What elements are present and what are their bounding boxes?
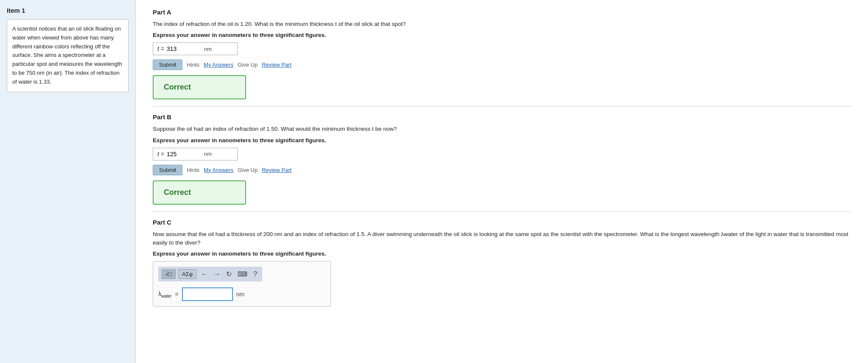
item-box: A scientist notices that an oil slick fl… xyxy=(7,19,129,92)
part-a-submit-button[interactable]: Submit xyxy=(153,59,182,70)
part-a-question: The index of refraction of the oil is 1.… xyxy=(153,20,851,28)
greek-toolbar-button[interactable]: ΑΣφ xyxy=(178,269,196,279)
part-c-express-answer: Express your answer in nanometers to thr… xyxy=(153,250,851,257)
part-b-answer-row: t = nm xyxy=(153,148,851,160)
help-button[interactable]: ? xyxy=(252,270,259,279)
part-a-give-up-link[interactable]: Give Up xyxy=(238,62,258,68)
part-a-correct-box: Correct xyxy=(153,75,246,99)
undo-button[interactable]: ← xyxy=(199,270,209,279)
redo-button[interactable]: → xyxy=(212,270,222,279)
part-b-question: Suppose the oil had an index of refracti… xyxy=(153,125,851,133)
part-b-input[interactable] xyxy=(167,151,201,158)
part-a-input[interactable] xyxy=(167,45,201,52)
part-b-section: Part B Suppose the oil had an index of r… xyxy=(153,113,851,204)
divider-ab xyxy=(153,106,851,107)
part-b-my-answers-link[interactable]: My Answers xyxy=(204,167,233,173)
part-b-hints-link[interactable]: Hints xyxy=(187,167,199,173)
part-c-toolbar: √□ ΑΣφ ← → ↻ ⌨ ? xyxy=(158,267,262,281)
part-b-correct-box: Correct xyxy=(153,180,246,205)
part-b-unit: nm xyxy=(204,151,212,157)
part-a-review-part-link[interactable]: Review Part xyxy=(262,62,291,68)
part-c-lambda-input[interactable] xyxy=(182,287,233,301)
refresh-button[interactable]: ↻ xyxy=(224,269,233,279)
part-b-give-up-link[interactable]: Give Up xyxy=(238,167,258,173)
part-c-section: Part C Now assume that the oil had a thi… xyxy=(153,219,851,307)
math-icon: √□ xyxy=(165,271,172,277)
lambda-label: λwater xyxy=(158,290,171,298)
item-text: A scientist notices that an oil slick fl… xyxy=(12,25,122,85)
part-b-t-label: t = xyxy=(157,151,164,158)
undo-icon: ← xyxy=(201,270,207,278)
part-b-express-answer: Express your answer in nanometers to thr… xyxy=(153,137,851,144)
part-b-action-row: Submit Hints My Answers Give Up Review P… xyxy=(153,165,851,175)
part-c-header: Part C xyxy=(153,219,851,226)
part-a-t-label: t = xyxy=(157,45,164,52)
part-c-unit: nm xyxy=(236,291,244,298)
keyboard-icon: ⌨ xyxy=(238,270,247,278)
left-panel: Item 1 A scientist notices that an oil s… xyxy=(0,0,136,363)
part-a-header: Part A xyxy=(153,8,851,16)
part-a-answer-row: t = nm xyxy=(153,42,851,55)
part-a-section: Part A The index of refraction of the oi… xyxy=(153,8,851,99)
item-title: Item 1 xyxy=(7,7,129,14)
part-a-action-row: Submit Hints My Answers Give Up Review P… xyxy=(153,59,851,70)
part-a-hints-link[interactable]: Hints xyxy=(187,62,199,68)
greek-icon: ΑΣφ xyxy=(182,271,193,277)
refresh-icon: ↻ xyxy=(226,270,232,278)
part-c-lambda-row: λwater = nm xyxy=(158,287,325,301)
keyboard-button[interactable]: ⌨ xyxy=(236,269,249,279)
part-a-unit: nm xyxy=(204,46,212,52)
redo-icon: → xyxy=(213,270,220,278)
math-toolbar-button[interactable]: √□ xyxy=(162,269,176,279)
part-c-question: Now assume that the oil had a thickness … xyxy=(153,230,851,248)
part-a-input-box: t = nm xyxy=(153,42,238,55)
equals-label: = xyxy=(175,291,178,298)
part-a-express-answer: Express your answer in nanometers to thr… xyxy=(153,32,851,38)
part-b-input-box: t = nm xyxy=(153,148,238,160)
part-c-input-area: √□ ΑΣφ ← → ↻ ⌨ ? xyxy=(153,261,331,307)
part-b-submit-button[interactable]: Submit xyxy=(153,165,182,175)
part-b-header: Part B xyxy=(153,113,851,121)
part-a-my-answers-link[interactable]: My Answers xyxy=(204,62,233,68)
help-icon: ? xyxy=(253,270,257,278)
part-b-review-part-link[interactable]: Review Part xyxy=(262,167,291,173)
divider-bc xyxy=(153,211,851,212)
right-panel: Part A The index of refraction of the oi… xyxy=(136,0,868,363)
